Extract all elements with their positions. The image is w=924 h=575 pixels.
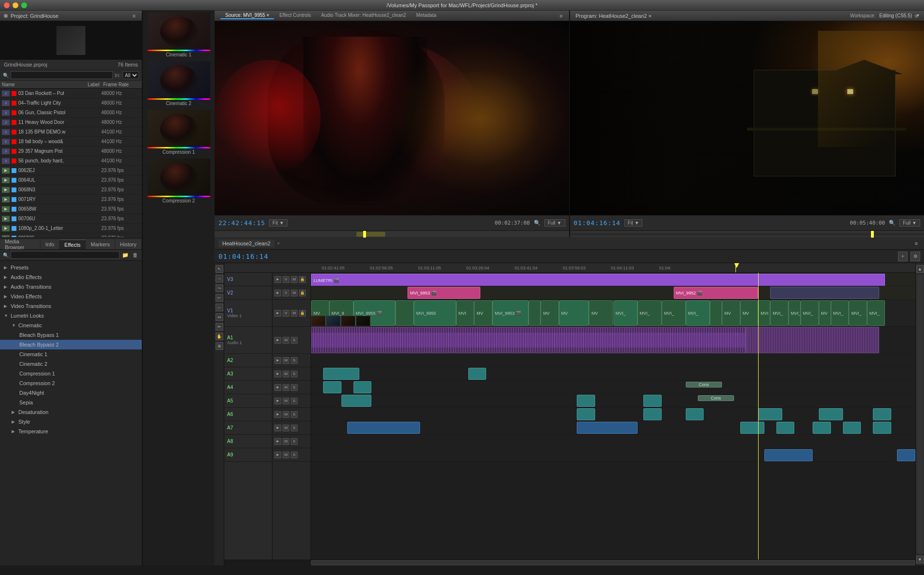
a6-expand-btn[interactable]: ►	[274, 411, 281, 418]
tab-metadata[interactable]: Metadata	[411, 12, 441, 19]
lumetri-bar[interactable]: LUMETRI 🎬	[311, 274, 885, 286]
tree-gc-compression-2[interactable]: Compression 2	[0, 378, 142, 388]
source-fit-label[interactable]: Fit ▼	[269, 219, 287, 227]
tree-gc-day4night[interactable]: Day4Night	[0, 388, 142, 398]
list-item[interactable]: ▶0062EJ23.976 fps	[0, 166, 142, 175]
tree-child-cinematic[interactable]: ▼Cinematic	[0, 321, 142, 330]
v1-expand-btn[interactable]: ►	[274, 310, 281, 317]
tree-gc-cinematic-2[interactable]: Cinematic 2	[0, 359, 142, 369]
clip-a7e[interactable]	[813, 422, 831, 434]
tree-child-temperature[interactable]: ▶Temperature	[0, 427, 142, 436]
clip-mvi9952-v2b[interactable]: MVI_9952 🎬	[674, 287, 758, 299]
track-a4-row[interactable]: Cons	[311, 381, 915, 394]
track-v1-row[interactable]: MV MVI_9 MVI_9955 🎬 MVI_9955 MVI MV MVI_…	[311, 300, 915, 327]
a6-m[interactable]: M	[283, 411, 289, 418]
workspace-dropdown-icon[interactable]: ▼	[916, 13, 920, 18]
v2-mute-btn[interactable]: M	[291, 290, 298, 296]
clip-mvi9953-v2a[interactable]: MVI_9953 🎬	[408, 287, 480, 299]
selection-tool[interactable]: ↖	[216, 265, 223, 273]
a1-toggle-s[interactable]: S	[291, 337, 298, 344]
clip-a5b[interactable]	[577, 395, 595, 407]
a3-m[interactable]: M	[283, 371, 289, 377]
timeline-panel-menu[interactable]: ≡	[912, 240, 920, 247]
tree-item-lumetri-looks[interactable]: ▼Lumetri Looks	[0, 311, 142, 321]
a8-m[interactable]: M	[283, 438, 289, 445]
tab-effect-controls[interactable]: Effect Controls	[274, 12, 315, 19]
a1-toggle-m[interactable]: M	[283, 337, 289, 344]
tree-child-style[interactable]: ▶Style	[0, 417, 142, 427]
v2-toggle-btn[interactable]: V	[283, 290, 289, 296]
timeline-ruler[interactable]: 01:02:41:05 01:02:56:05 01:03:11:05 01:0…	[224, 263, 915, 273]
clip-a4b[interactable]	[353, 381, 372, 393]
a1-expand-btn[interactable]: ►	[274, 337, 281, 344]
program-fit-label[interactable]: Fit ▼	[625, 219, 643, 227]
clip-small6[interactable]	[710, 300, 722, 326]
tab-effects[interactable]: Effects	[60, 240, 86, 249]
source-scrubber[interactable]	[215, 230, 569, 237]
clip-mvi99-4[interactable]: MVI_	[613, 300, 638, 326]
in-dropdown[interactable]: All	[122, 71, 139, 79]
clip-a7d[interactable]	[776, 422, 795, 434]
a9-expand-btn[interactable]: ►	[274, 452, 281, 458]
track-a3-row[interactable]	[311, 367, 915, 381]
audio-clip-a1b[interactable]	[746, 327, 879, 353]
a4-expand-btn[interactable]: ►	[274, 384, 281, 391]
thumbnail-item-2[interactable]: Compression 1	[145, 110, 213, 155]
tree-child-desaturation[interactable]: ▶Desaturation	[0, 407, 142, 417]
vertical-scroll-thumb[interactable]	[917, 275, 924, 554]
zoom-tool[interactable]: ⊕	[216, 342, 223, 350]
pen-tool[interactable]: ✏	[216, 323, 223, 331]
track-select-tool[interactable]: →	[216, 275, 223, 282]
new-folder-icon[interactable]: 📁	[122, 251, 129, 259]
a6-s[interactable]: S	[291, 411, 298, 418]
tree-item-presets[interactable]: ▶Presets	[0, 263, 142, 272]
list-item[interactable]: ♪29 357 Magnum Pist48000 Hz	[0, 147, 142, 156]
slide-tool[interactable]: ⇔	[216, 313, 223, 321]
program-scrubber[interactable]	[570, 230, 924, 237]
list-item[interactable]: ▶0068N323.976 fps	[0, 185, 142, 195]
project-search-input[interactable]	[11, 71, 113, 79]
clip-small7[interactable]: MVI	[758, 300, 770, 326]
effects-search-input[interactable]	[11, 251, 120, 259]
clip-a7g[interactable]	[873, 422, 891, 434]
tree-item-video-effects[interactable]: ▶Video Effects	[0, 292, 142, 301]
clip-mv95b[interactable]: MV	[740, 300, 759, 326]
tab-history[interactable]: History	[115, 240, 142, 249]
list-item[interactable]: ♪18 135 BPM DEMO.w44100 Hz	[0, 127, 142, 137]
a9-m[interactable]: M	[283, 452, 289, 458]
list-item[interactable]: ▶0064UL23.976 fps	[0, 175, 142, 185]
clip-small4[interactable]: MV	[589, 300, 613, 326]
clip-a6b[interactable]	[643, 408, 662, 420]
a2-expand-btn[interactable]: ►	[274, 357, 281, 364]
list-item[interactable]: ♪04–Traffic Light City48000 Hz	[0, 98, 142, 108]
tree-gc-bleach-bypass-1[interactable]: Bleach Bypass 1	[0, 330, 142, 340]
list-item[interactable]: ♪03 Dan Rockett – Put48000 Hz	[0, 89, 142, 98]
ripple-tool[interactable]: ⤳	[216, 284, 223, 292]
clip-a7a[interactable]	[347, 422, 420, 434]
v2-expand-btn[interactable]: ►	[274, 290, 281, 296]
delete-icon[interactable]: 🗑	[131, 251, 139, 259]
clip-a9a[interactable]	[764, 449, 813, 461]
thumbnail-item-1[interactable]: Cinematic 2	[145, 61, 213, 106]
a5-m[interactable]: M	[283, 398, 289, 404]
clip-a4a[interactable]	[323, 381, 341, 393]
a5-expand-btn[interactable]: ►	[274, 398, 281, 404]
hand-tool[interactable]: ✋	[216, 333, 223, 340]
slip-tool[interactable]: ↔	[216, 304, 223, 311]
clip-a7f[interactable]	[843, 422, 861, 434]
program-fit-quality[interactable]: Full ▼	[899, 219, 920, 227]
add-marker-btn[interactable]: +	[898, 252, 908, 261]
a9-s[interactable]: S	[291, 452, 298, 458]
clip-a3b[interactable]	[468, 368, 487, 380]
timeline-scrollbar[interactable]	[224, 560, 915, 565]
track-a2-row[interactable]	[311, 354, 915, 367]
clip-mvi99-3[interactable]: MV	[559, 300, 589, 326]
tree-gc-compression-1[interactable]: Compression 1	[0, 369, 142, 378]
v1-toggle-btn[interactable]: V	[283, 310, 289, 317]
clip-a5c[interactable]	[643, 395, 662, 407]
a7-m[interactable]: M	[283, 425, 289, 431]
track-a5-row[interactable]: Cons	[311, 394, 915, 408]
thumbnail-item-0[interactable]: Cinematic 1	[145, 13, 213, 57]
tree-gc-cinematic-1[interactable]: Cinematic 1	[0, 349, 142, 359]
tree-item-audio-transitions[interactable]: ▶Audio Transitions	[0, 282, 142, 292]
